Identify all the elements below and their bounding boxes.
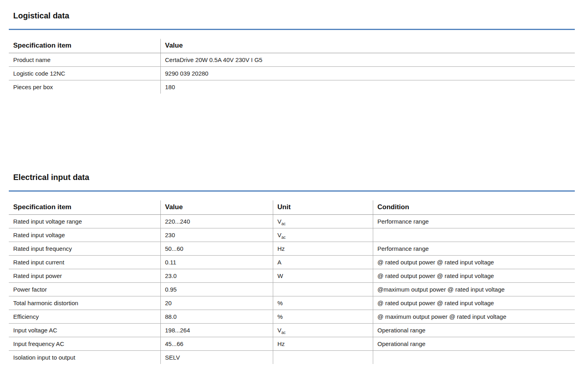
table-row: Product nameCertaDrive 20W 0.5A 40V 230V…: [9, 53, 575, 66]
spec-item-cell: Logistic code 12NC: [9, 66, 160, 80]
section-logistical-data: Logistical data Specification item Value…: [9, 10, 575, 94]
table-row: Pieces per box180: [9, 80, 575, 94]
spec-item-cell: Rated input power: [9, 269, 160, 282]
value-cell: 88.0: [160, 310, 273, 323]
spec-item-cell: Rated input current: [9, 255, 160, 269]
column-header-unit: Unit: [273, 200, 373, 214]
spec-item-cell: Total harmonic distortion: [9, 296, 160, 310]
unit-symbol: W: [278, 272, 283, 279]
table-row: Power factor0.95@maximum output power @ …: [9, 282, 575, 296]
unit-subscript: ac: [282, 330, 286, 335]
condition-cell: Performance range: [373, 214, 575, 228]
unit-symbol: V: [278, 327, 282, 334]
table-header-row: Specification item Value Unit Condition: [9, 200, 575, 214]
condition-cell: [373, 228, 575, 242]
column-header-value: Value: [160, 39, 575, 53]
unit-subscript: ac: [282, 222, 286, 226]
column-header-condition: Condition: [373, 200, 575, 214]
unit-cell: Hz: [273, 242, 373, 255]
unit-symbol: Hz: [278, 340, 285, 347]
unit-symbol: V: [278, 218, 282, 225]
table-row: Input voltage AC198...264VacOperational …: [9, 323, 575, 337]
logistical-data-table: Specification item Value Product nameCer…: [9, 39, 575, 94]
table-row: Rated input voltage230Vac: [9, 228, 575, 242]
unit-cell: Hz: [273, 337, 373, 350]
value-cell: SELV: [160, 350, 273, 364]
electrical-input-data-table: Specification item Value Unit Condition …: [9, 200, 575, 364]
table-row: Rated input voltage range220...240VacPer…: [9, 214, 575, 228]
spec-item-cell: Power factor: [9, 282, 160, 296]
value-cell: 230: [160, 228, 273, 242]
value-cell: 20: [160, 296, 273, 310]
section-title-electrical: Electrical input data: [9, 172, 575, 182]
condition-cell: @ rated output power @ rated input volta…: [373, 296, 575, 310]
unit-symbol: V: [278, 232, 282, 238]
value-cell: 0.95: [160, 282, 273, 296]
condition-cell: @ rated output power @ rated input volta…: [373, 255, 575, 269]
spec-item-cell: Isolation input to output: [9, 350, 160, 364]
value-cell: 180: [160, 80, 575, 94]
unit-cell: Vac: [273, 228, 373, 242]
table-row: Rated input frequency50...60HzPerformanc…: [9, 242, 575, 255]
value-cell: 198...264: [160, 323, 273, 337]
spec-item-cell: Input voltage AC: [9, 323, 160, 337]
spec-item-cell: Rated input voltage: [9, 228, 160, 242]
section-divider-rule: [9, 29, 575, 30]
spec-item-cell: Pieces per box: [9, 80, 160, 94]
condition-cell: @maximum output power @ rated input volt…: [373, 282, 575, 296]
unit-cell: W: [273, 269, 373, 282]
spec-item-cell: Product name: [9, 53, 160, 66]
value-cell: CertaDrive 20W 0.5A 40V 230V I G5: [160, 53, 575, 66]
table-row: Efficiency88.0%@ maximum output power @ …: [9, 310, 575, 323]
table-row: Isolation input to outputSELV: [9, 350, 575, 364]
condition-cell: Performance range: [373, 242, 575, 255]
table-row: Total harmonic distortion20%@ rated outp…: [9, 296, 575, 310]
table-row: Rated input current0.11A@ rated output p…: [9, 255, 575, 269]
unit-cell: %: [273, 296, 373, 310]
unit-cell: A: [273, 255, 373, 269]
unit-cell: [273, 282, 373, 296]
unit-cell: Vac: [273, 214, 373, 228]
unit-symbol: Hz: [278, 245, 285, 252]
datasheet-page: Logistical data Specification item Value…: [0, 0, 588, 374]
condition-cell: [373, 350, 575, 364]
table-row: Rated input power23.0W@ rated output pow…: [9, 269, 575, 282]
unit-cell: Vac: [273, 323, 373, 337]
spec-item-cell: Input frequency AC: [9, 337, 160, 350]
column-header-specification-item: Specification item: [9, 39, 160, 53]
value-cell: 50...60: [160, 242, 273, 255]
table-header-row: Specification item Value: [9, 39, 575, 53]
spec-item-cell: Rated input voltage range: [9, 214, 160, 228]
section-divider-rule: [9, 190, 575, 192]
value-cell: 45...66: [160, 337, 273, 350]
value-cell: 9290 039 20280: [160, 66, 575, 80]
column-header-value: Value: [160, 200, 273, 214]
value-cell: 0.11: [160, 255, 273, 269]
value-cell: 23.0: [160, 269, 273, 282]
spec-item-cell: Rated input frequency: [9, 242, 160, 255]
condition-cell: Operational range: [373, 337, 575, 350]
unit-symbol: %: [278, 313, 283, 320]
value-cell: 220...240: [160, 214, 273, 228]
unit-cell: %: [273, 310, 373, 323]
section-title-logistical: Logistical data: [9, 10, 575, 21]
section-electrical-input-data: Electrical input data Specification item…: [9, 172, 575, 364]
unit-subscript: ac: [282, 235, 286, 240]
condition-cell: @ rated output power @ rated input volta…: [373, 269, 575, 282]
unit-symbol: A: [278, 259, 282, 266]
condition-cell: Operational range: [373, 323, 575, 337]
column-header-specification-item: Specification item: [9, 200, 160, 214]
spec-item-cell: Efficiency: [9, 310, 160, 323]
condition-cell: @ maximum output power @ rated input vol…: [373, 310, 575, 323]
table-row: Logistic code 12NC9290 039 20280: [9, 66, 575, 80]
table-row: Input frequency AC45...66HzOperational r…: [9, 337, 575, 350]
unit-symbol: %: [278, 300, 283, 306]
unit-cell: [273, 350, 373, 364]
